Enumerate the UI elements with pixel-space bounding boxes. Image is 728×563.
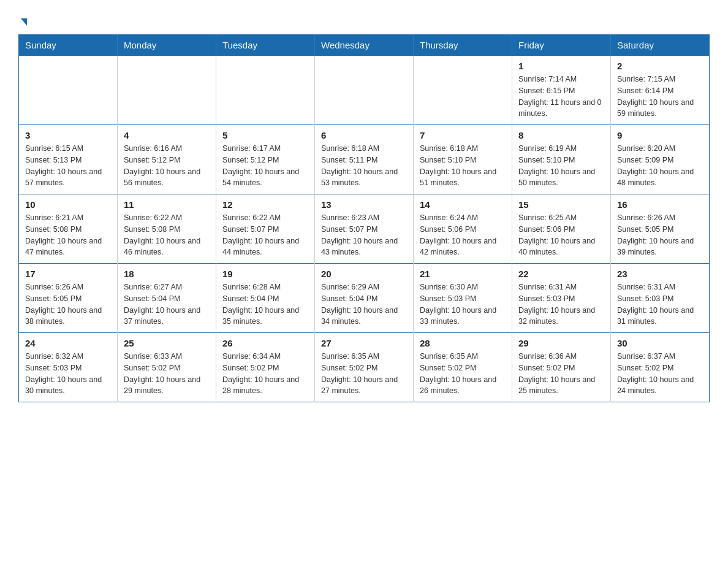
day-sun-info: Sunrise: 6:16 AMSunset: 5:12 PMDaylight:… xyxy=(124,143,210,189)
day-sun-info: Sunrise: 6:18 AMSunset: 5:11 PMDaylight:… xyxy=(321,143,407,189)
day-sun-info: Sunrise: 6:35 AMSunset: 5:02 PMDaylight:… xyxy=(420,351,506,397)
day-of-week-header: Monday xyxy=(118,35,216,56)
calendar-day-cell: 22Sunrise: 6:31 AMSunset: 5:03 PMDayligh… xyxy=(512,264,611,333)
day-number: 19 xyxy=(222,269,308,279)
day-sun-info: Sunrise: 6:32 AMSunset: 5:03 PMDaylight:… xyxy=(25,351,111,397)
day-of-week-header: Friday xyxy=(512,35,611,56)
day-number: 29 xyxy=(518,338,604,348)
day-number: 1 xyxy=(518,61,604,71)
calendar-day-cell: 30Sunrise: 6:37 AMSunset: 5:02 PMDayligh… xyxy=(611,333,710,402)
day-number: 7 xyxy=(420,130,506,140)
calendar-table: SundayMondayTuesdayWednesdayThursdayFrid… xyxy=(18,34,710,402)
calendar-day-cell: 26Sunrise: 6:34 AMSunset: 5:02 PMDayligh… xyxy=(216,333,315,402)
calendar-day-cell: 21Sunrise: 6:30 AMSunset: 5:03 PMDayligh… xyxy=(414,264,512,333)
logo xyxy=(18,15,27,23)
day-number: 15 xyxy=(518,199,604,210)
day-sun-info: Sunrise: 6:23 AMSunset: 5:07 PMDaylight:… xyxy=(321,212,407,258)
day-of-week-header: Tuesday xyxy=(216,35,315,56)
day-number: 9 xyxy=(617,130,703,140)
day-of-week-header: Wednesday xyxy=(315,35,414,56)
day-sun-info: Sunrise: 6:33 AMSunset: 5:02 PMDaylight:… xyxy=(124,351,210,397)
calendar-day-cell: 14Sunrise: 6:24 AMSunset: 5:06 PMDayligh… xyxy=(414,194,512,264)
day-sun-info: Sunrise: 6:22 AMSunset: 5:07 PMDaylight:… xyxy=(222,212,308,258)
day-sun-info: Sunrise: 6:17 AMSunset: 5:12 PMDaylight:… xyxy=(222,143,308,189)
day-sun-info: Sunrise: 6:28 AMSunset: 5:04 PMDaylight:… xyxy=(222,282,308,327)
day-number: 27 xyxy=(321,338,407,348)
day-number: 25 xyxy=(124,338,210,348)
day-number: 11 xyxy=(124,199,210,210)
calendar-day-cell: 2Sunrise: 7:15 AMSunset: 6:14 PMDaylight… xyxy=(611,56,710,125)
calendar-day-cell: 27Sunrise: 6:35 AMSunset: 5:02 PMDayligh… xyxy=(315,333,414,402)
day-number: 16 xyxy=(617,199,703,210)
calendar-day-cell: 20Sunrise: 6:29 AMSunset: 5:04 PMDayligh… xyxy=(315,264,414,333)
calendar-week-row: 17Sunrise: 6:26 AMSunset: 5:05 PMDayligh… xyxy=(19,264,710,333)
day-number: 6 xyxy=(321,130,407,140)
calendar-day-cell xyxy=(414,56,512,125)
day-number: 3 xyxy=(25,130,111,140)
logo-arrow-icon xyxy=(21,18,27,26)
calendar-week-row: 24Sunrise: 6:32 AMSunset: 5:03 PMDayligh… xyxy=(19,333,710,402)
calendar-day-cell: 16Sunrise: 6:26 AMSunset: 5:05 PMDayligh… xyxy=(611,194,710,264)
day-sun-info: Sunrise: 6:20 AMSunset: 5:09 PMDaylight:… xyxy=(617,143,703,189)
calendar-day-cell: 24Sunrise: 6:32 AMSunset: 5:03 PMDayligh… xyxy=(19,333,118,402)
calendar-day-cell: 13Sunrise: 6:23 AMSunset: 5:07 PMDayligh… xyxy=(315,194,414,264)
day-number: 2 xyxy=(617,61,703,71)
calendar-day-cell xyxy=(118,56,216,125)
calendar-day-cell: 7Sunrise: 6:18 AMSunset: 5:10 PMDaylight… xyxy=(414,125,512,194)
day-number: 24 xyxy=(25,338,111,348)
calendar-day-cell xyxy=(315,56,414,125)
day-number: 13 xyxy=(321,199,407,210)
day-sun-info: Sunrise: 6:25 AMSunset: 5:06 PMDaylight:… xyxy=(518,212,604,258)
calendar-day-cell: 6Sunrise: 6:18 AMSunset: 5:11 PMDaylight… xyxy=(315,125,414,194)
day-number: 26 xyxy=(222,338,308,348)
calendar-day-cell: 9Sunrise: 6:20 AMSunset: 5:09 PMDaylight… xyxy=(611,125,710,194)
day-sun-info: Sunrise: 6:19 AMSunset: 5:10 PMDaylight:… xyxy=(518,143,604,189)
day-of-week-header: Saturday xyxy=(611,35,710,56)
day-number: 12 xyxy=(222,199,308,210)
day-sun-info: Sunrise: 6:31 AMSunset: 5:03 PMDaylight:… xyxy=(617,282,703,327)
calendar-day-cell: 28Sunrise: 6:35 AMSunset: 5:02 PMDayligh… xyxy=(414,333,512,402)
day-number: 28 xyxy=(420,338,506,348)
day-number: 18 xyxy=(124,269,210,279)
day-sun-info: Sunrise: 6:24 AMSunset: 5:06 PMDaylight:… xyxy=(420,212,506,258)
day-sun-info: Sunrise: 6:22 AMSunset: 5:08 PMDaylight:… xyxy=(124,212,210,258)
page-header xyxy=(18,15,710,23)
calendar-day-cell: 19Sunrise: 6:28 AMSunset: 5:04 PMDayligh… xyxy=(216,264,315,333)
day-sun-info: Sunrise: 6:27 AMSunset: 5:04 PMDaylight:… xyxy=(124,282,210,327)
day-sun-info: Sunrise: 6:35 AMSunset: 5:02 PMDaylight:… xyxy=(321,351,407,397)
calendar-header: SundayMondayTuesdayWednesdayThursdayFrid… xyxy=(19,35,710,56)
calendar-day-cell: 29Sunrise: 6:36 AMSunset: 5:02 PMDayligh… xyxy=(512,333,611,402)
calendar-week-row: 3Sunrise: 6:15 AMSunset: 5:13 PMDaylight… xyxy=(19,125,710,194)
day-sun-info: Sunrise: 6:30 AMSunset: 5:03 PMDaylight:… xyxy=(420,282,506,327)
calendar-day-cell: 11Sunrise: 6:22 AMSunset: 5:08 PMDayligh… xyxy=(118,194,216,264)
calendar-day-cell: 8Sunrise: 6:19 AMSunset: 5:10 PMDaylight… xyxy=(512,125,611,194)
calendar-day-cell: 10Sunrise: 6:21 AMSunset: 5:08 PMDayligh… xyxy=(19,194,118,264)
day-sun-info: Sunrise: 7:15 AMSunset: 6:14 PMDaylight:… xyxy=(617,74,703,120)
calendar-day-cell: 15Sunrise: 6:25 AMSunset: 5:06 PMDayligh… xyxy=(512,194,611,264)
day-of-week-header: Thursday xyxy=(414,35,512,56)
day-sun-info: Sunrise: 7:14 AMSunset: 6:15 PMDaylight:… xyxy=(518,74,604,120)
day-sun-info: Sunrise: 6:31 AMSunset: 5:03 PMDaylight:… xyxy=(518,282,604,327)
calendar-day-cell xyxy=(19,56,118,125)
day-number: 20 xyxy=(321,269,407,279)
day-sun-info: Sunrise: 6:26 AMSunset: 5:05 PMDaylight:… xyxy=(25,282,111,327)
day-sun-info: Sunrise: 6:37 AMSunset: 5:02 PMDaylight:… xyxy=(617,351,703,397)
calendar-day-cell: 18Sunrise: 6:27 AMSunset: 5:04 PMDayligh… xyxy=(118,264,216,333)
calendar-day-cell: 1Sunrise: 7:14 AMSunset: 6:15 PMDaylight… xyxy=(512,56,611,125)
day-sun-info: Sunrise: 6:29 AMSunset: 5:04 PMDaylight:… xyxy=(321,282,407,327)
day-number: 4 xyxy=(124,130,210,140)
day-sun-info: Sunrise: 6:15 AMSunset: 5:13 PMDaylight:… xyxy=(25,143,111,189)
calendar-day-cell: 23Sunrise: 6:31 AMSunset: 5:03 PMDayligh… xyxy=(611,264,710,333)
day-number: 23 xyxy=(617,269,703,279)
day-sun-info: Sunrise: 6:18 AMSunset: 5:10 PMDaylight:… xyxy=(420,143,506,189)
day-number: 30 xyxy=(617,338,703,348)
calendar-week-row: 1Sunrise: 7:14 AMSunset: 6:15 PMDaylight… xyxy=(19,56,710,125)
day-sun-info: Sunrise: 6:21 AMSunset: 5:08 PMDaylight:… xyxy=(25,212,111,258)
calendar-day-cell xyxy=(216,56,315,125)
calendar-day-cell: 5Sunrise: 6:17 AMSunset: 5:12 PMDaylight… xyxy=(216,125,315,194)
day-number: 22 xyxy=(518,269,604,279)
calendar-day-cell: 17Sunrise: 6:26 AMSunset: 5:05 PMDayligh… xyxy=(19,264,118,333)
calendar-day-cell: 4Sunrise: 6:16 AMSunset: 5:12 PMDaylight… xyxy=(118,125,216,194)
calendar-day-cell: 12Sunrise: 6:22 AMSunset: 5:07 PMDayligh… xyxy=(216,194,315,264)
day-sun-info: Sunrise: 6:26 AMSunset: 5:05 PMDaylight:… xyxy=(617,212,703,258)
